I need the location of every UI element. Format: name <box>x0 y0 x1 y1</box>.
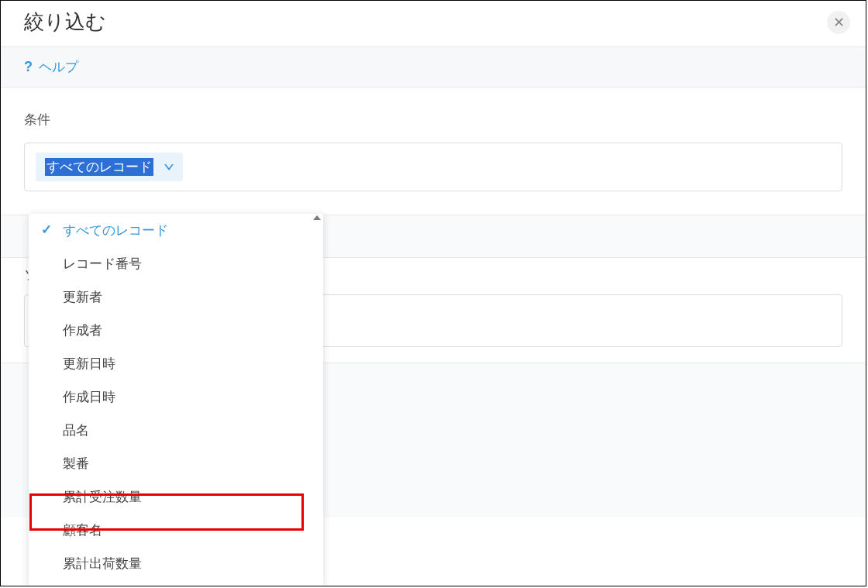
spacer <box>1 191 866 215</box>
dropdown-item[interactable]: 更新者 <box>29 280 323 314</box>
condition-label: 条件 <box>24 111 842 129</box>
dropdown-item[interactable]: 累計出荷数量 <box>29 547 323 580</box>
chevron-down-icon <box>164 164 174 170</box>
dropdown-item[interactable]: 累計受注数量 <box>29 480 323 514</box>
dropdown-item[interactable]: 顧客名 <box>29 514 323 547</box>
dropdown-item[interactable]: 品名 <box>29 414 323 447</box>
help-icon: ? <box>24 59 33 75</box>
field-dropdown-menu[interactable]: すべてのレコードレコード番号更新者作成者更新日時作成日時品名製番累計受注数量顧客… <box>29 214 323 586</box>
close-button[interactable]: ✕ <box>827 11 850 34</box>
help-bar: ? ヘルプ <box>1 46 866 88</box>
condition-section: 条件 すべてのレコード <box>1 88 866 191</box>
dropdown-item[interactable]: 作成日時 <box>29 380 323 414</box>
dropdown-item[interactable]: 作成者 <box>29 314 323 347</box>
help-link[interactable]: ヘルプ <box>39 58 78 76</box>
dropdown-item[interactable]: 更新日時 <box>29 347 323 380</box>
condition-box: すべてのレコード <box>24 143 842 191</box>
field-dropdown-trigger[interactable]: すべてのレコード <box>36 153 183 181</box>
dropdown-item[interactable]: レコード番号 <box>29 247 323 280</box>
dropdown-item[interactable]: すべてのレコード <box>29 214 323 247</box>
dropdown-item[interactable]: 製番 <box>29 447 323 480</box>
modal-title: 絞り込む <box>24 9 106 36</box>
scroll-up-icon <box>313 215 321 220</box>
dropdown-item[interactable]: 注文残 <box>29 580 323 586</box>
close-icon: ✕ <box>833 14 845 31</box>
dropdown-selected-text: すべてのレコード <box>45 158 153 176</box>
filter-modal: 絞り込む ✕ ? ヘルプ 条件 すべてのレコード ソ すべてのレコードレコード番… <box>0 0 866 586</box>
modal-header: 絞り込む ✕ <box>1 1 866 46</box>
